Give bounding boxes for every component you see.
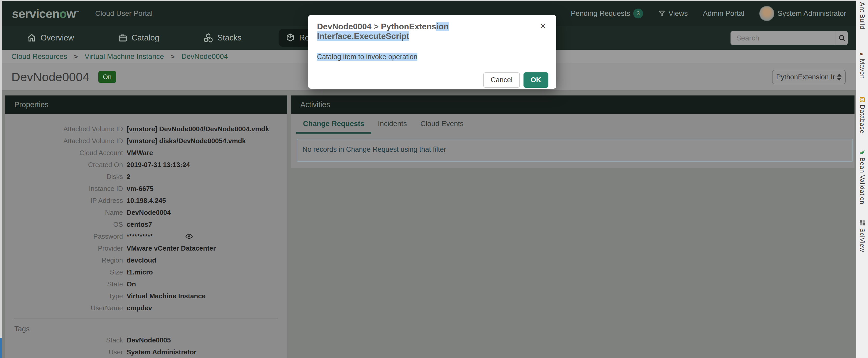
database-icon (859, 96, 866, 103)
empty-results-box: No records in Change Request using that … (297, 139, 853, 162)
grid-icon (859, 219, 866, 226)
home-icon (27, 33, 36, 42)
property-value: devcloud (127, 256, 156, 264)
tab[interactable]: Change Requests (296, 120, 371, 133)
operation-select[interactable]: PythonExtension Interface.E (772, 70, 846, 84)
property-label: Password (5, 233, 123, 240)
property-value: On (127, 280, 136, 288)
activities-tabs: Change RequestsIncidentsCloud Events (291, 114, 855, 133)
app-title: Cloud User Portal (95, 9, 153, 18)
property-row: Created On 2019-07-31 13:13:24 (5, 159, 287, 171)
nav-item-stacks[interactable]: Stacks (197, 29, 248, 47)
search-input[interactable] (731, 31, 836, 45)
ide-left-rail[interactable] (0, 0, 2, 358)
bean-validation-icon (859, 149, 866, 155)
nav-item-overview[interactable]: Overview (20, 29, 81, 47)
servicenow-logo[interactable]: servicenow™ (12, 6, 79, 21)
property-label: State (5, 280, 123, 288)
ide-tab-bean-validation[interactable]: Bean Validation (859, 149, 866, 204)
property-value: [vmstore] DevNode0004/DevNode0004.vmdk (127, 125, 269, 133)
property-value: centos7 (127, 220, 152, 229)
property-value: Virtual Machine Instance (127, 292, 206, 300)
property-row: Provider VMware vCenter Datacenter (5, 242, 287, 254)
ide-tab-ant-build[interactable]: Ant Build (859, 2, 866, 29)
chevron-right-icon: > (171, 53, 175, 61)
search-icon (838, 34, 846, 42)
property-row: Attached Volume ID [vmstore] DevNode0004… (5, 123, 287, 135)
close-icon[interactable]: ✕ (539, 22, 547, 31)
content-area: Properties Attached Volume ID [vmstore] … (2, 90, 856, 358)
tag-value: System Administrator (127, 348, 196, 356)
property-row: IP Address 10.198.4.245 (5, 195, 287, 207)
breadcrumb-devnode[interactable]: DevNode0004 (181, 52, 228, 61)
admin-portal-link[interactable]: Admin Portal (703, 9, 744, 18)
eye-icon[interactable] (185, 233, 193, 240)
tab[interactable]: Cloud Events (414, 120, 471, 133)
status-badge: On (98, 71, 116, 83)
properties-panel-header: Properties (5, 95, 287, 114)
property-label: Created On (5, 161, 123, 169)
property-label: Instance ID (5, 185, 123, 193)
property-label: Attached Volume ID (5, 125, 123, 133)
empty-results-message: No records in Change Request using that … (303, 146, 847, 154)
dialog-footer: Cancel OK (308, 67, 556, 94)
ide-tab-maven[interactable]: m Maven (859, 50, 866, 79)
property-value: [vmstore] disks/DevNode00054.vmdk (127, 137, 246, 145)
property-row: Region devcloud (5, 254, 287, 266)
tag-row: Stack DevNode0005 (5, 334, 287, 346)
svg-text:m: m (860, 51, 863, 56)
tab[interactable]: Incidents (371, 120, 414, 133)
briefcase-icon (118, 33, 127, 42)
cancel-button[interactable]: Cancel (483, 72, 520, 88)
property-value: t1.micro (127, 268, 153, 276)
activities-panel: Activities Change RequestsIncidentsCloud… (291, 95, 855, 168)
property-value: 2019-07-31 13:13:24 (127, 161, 190, 169)
properties-list: Attached Volume ID [vmstore] DevNode0004… (5, 114, 287, 358)
property-row: Attached Volume ID [vmstore] disks/DevNo… (5, 135, 287, 147)
views-menu[interactable]: Views (658, 9, 688, 18)
maven-icon: m (859, 50, 866, 57)
pending-requests-link[interactable]: Pending Requests 3 (571, 8, 643, 19)
property-row: OS centos7 (5, 218, 287, 230)
property-label: Size (5, 268, 123, 276)
property-value: 10.198.4.245 (127, 197, 166, 205)
property-row: Cloud Account VMWare (5, 147, 287, 159)
property-label: Attached Volume ID (5, 137, 123, 145)
ide-tab-sciview[interactable]: SciView (859, 219, 866, 252)
breadcrumb-cloud-resources[interactable]: Cloud Resources (11, 52, 67, 61)
property-value: ********** (127, 233, 153, 240)
user-menu[interactable]: System Administrator (759, 6, 846, 21)
property-label: Disks (5, 173, 123, 181)
property-label: IP Address (5, 197, 123, 205)
ide-top-edge (0, 0, 868, 1)
tags-heading: Tags (14, 325, 287, 333)
page-title: DevNode0004 (11, 70, 90, 84)
avatar (759, 6, 774, 21)
dialog-description: Catalog item to invoke operation (317, 53, 417, 61)
property-value: 2 (127, 173, 130, 181)
search-button[interactable] (836, 31, 848, 45)
property-row: Size t1.micro (5, 266, 287, 278)
property-value: vm-6675 (127, 185, 154, 193)
properties-panel: Properties Attached Volume ID [vmstore] … (5, 95, 287, 358)
ok-button[interactable]: OK (524, 72, 549, 88)
filter-icon (658, 10, 665, 17)
ide-tool-window-bar: Ant Build m Maven Database Bean Validati… (856, 0, 868, 358)
breadcrumb-vm-instance[interactable]: Virtual Machine Instance (85, 52, 164, 61)
property-row: Disks 2 (5, 171, 287, 183)
cube-icon (286, 33, 295, 42)
tag-row: User System Administrator (5, 346, 287, 358)
property-row: State On (5, 278, 287, 290)
tag-value: DevNode0005 (127, 336, 171, 344)
dialog-header: DevNode0004 > PythonExtension Interface.… (308, 15, 556, 47)
property-row: Password ********** (5, 230, 287, 242)
tag-label: User (5, 348, 123, 356)
property-row: UserName cmpdev (5, 302, 287, 314)
property-label: Name (5, 209, 123, 217)
tag-label: Stack (5, 336, 123, 344)
property-label: Region (5, 256, 123, 264)
nav-item-catalog[interactable]: Catalog (111, 29, 166, 47)
property-label: UserName (5, 304, 123, 312)
operation-dialog: DevNode0004 > PythonExtension Interface.… (308, 15, 556, 89)
ide-tab-database[interactable]: Database (859, 96, 866, 133)
